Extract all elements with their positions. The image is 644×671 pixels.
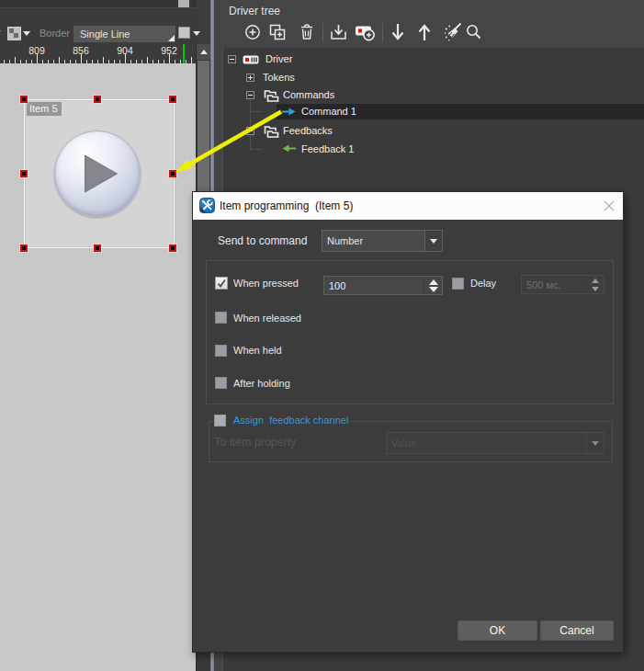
spin-down-icon bbox=[592, 287, 599, 291]
border-label: Border bbox=[40, 28, 70, 39]
folder-icon-feedbacks bbox=[264, 124, 280, 139]
ruler-label: 952 bbox=[155, 45, 183, 56]
panel-title: Driver tree bbox=[229, 5, 280, 17]
cutoff-label: r bbox=[0, 27, 1, 40]
ruler-label: 809 bbox=[23, 45, 51, 56]
when-released-label: When released bbox=[233, 313, 301, 324]
add-command-icon[interactable] bbox=[244, 24, 261, 40]
chevron-down-icon bbox=[592, 441, 599, 446]
resize-handle-se[interactable] bbox=[169, 245, 176, 252]
resize-handle-w[interactable] bbox=[20, 170, 28, 177]
when-released-checkbox[interactable] bbox=[215, 312, 227, 324]
to-item-property-combobox: Value bbox=[386, 432, 604, 454]
when-pressed-checkbox[interactable] bbox=[215, 277, 228, 290]
tree-node-command-1[interactable]: Command 1 bbox=[301, 103, 356, 120]
dialog-titlebar[interactable]: Item programming (Item 5) bbox=[192, 191, 624, 220]
item-programming-dialog: Item programming (Item 5) Send to comman… bbox=[192, 191, 624, 653]
cancel-button[interactable]: Cancel bbox=[540, 620, 614, 641]
spin-up-icon bbox=[592, 279, 599, 283]
spin-up-icon bbox=[429, 279, 438, 285]
toolbar-fragment bbox=[178, 0, 189, 7]
clean-icon[interactable] bbox=[444, 22, 462, 41]
delay-value: 500 мс. bbox=[526, 279, 561, 290]
move-down-icon[interactable] bbox=[391, 23, 404, 41]
expander-driver[interactable] bbox=[228, 55, 236, 63]
expander-feedbacks[interactable] bbox=[246, 127, 254, 135]
send-to-command-label: Send to command bbox=[218, 234, 307, 247]
tree-node-feedbacks[interactable]: Feedbacks bbox=[283, 122, 333, 140]
tree-node-tokens[interactable]: Tokens bbox=[263, 69, 295, 86]
ok-button[interactable]: OK bbox=[458, 620, 537, 641]
dialog-title: Item programming (Item 5) bbox=[220, 199, 353, 212]
expander-glyph bbox=[250, 75, 251, 80]
border-style-combobox[interactable]: Single Line bbox=[73, 26, 175, 42]
resize-handle-n[interactable] bbox=[94, 96, 101, 103]
to-item-property-label: To item property bbox=[214, 436, 297, 449]
driver-node-icon bbox=[243, 55, 260, 64]
tree-node-commands[interactable]: Commands bbox=[283, 86, 334, 104]
expander-tokens[interactable] bbox=[246, 74, 254, 82]
combo-dropdown-button[interactable] bbox=[424, 231, 442, 251]
dialog-tools-icon bbox=[199, 198, 215, 213]
design-canvas[interactable]: Item 5 bbox=[0, 63, 197, 671]
after-holding-label: After holding bbox=[233, 378, 290, 389]
resize-handle-sw[interactable] bbox=[20, 245, 28, 252]
search-icon[interactable] bbox=[466, 24, 481, 40]
when-pressed-value-spinbox[interactable]: 100 bbox=[323, 276, 443, 295]
delay-checkbox[interactable] bbox=[452, 278, 464, 290]
format-toolbar: r Border Single Line bbox=[0, 0, 197, 43]
to-item-property-value: Value bbox=[391, 438, 416, 449]
scrollbar-thumb[interactable] bbox=[198, 61, 209, 193]
border-color-swatch[interactable] bbox=[178, 27, 190, 39]
checker-cell bbox=[14, 33, 18, 38]
duplicate-icon[interactable] bbox=[269, 24, 286, 40]
tree-node-driver[interactable]: Driver bbox=[266, 51, 292, 68]
spin-down-icon bbox=[429, 287, 438, 292]
groupbox-border bbox=[348, 421, 613, 422]
assign-feedback-checkbox[interactable] bbox=[214, 415, 226, 426]
resize-handle-s[interactable] bbox=[94, 245, 101, 252]
border-style-value: Single Line bbox=[80, 28, 130, 40]
checkmark-icon bbox=[216, 278, 228, 290]
horizontal-ruler: 809 856 904 952 bbox=[0, 43, 197, 63]
ruler-label: 856 bbox=[67, 45, 95, 56]
swatch-dropdown-arrow-icon[interactable] bbox=[23, 31, 30, 36]
send-to-command-combobox[interactable]: Number bbox=[322, 230, 443, 252]
after-holding-checkbox[interactable] bbox=[215, 377, 227, 389]
ruler-cursor-line bbox=[183, 44, 185, 63]
folder-icon-commands bbox=[264, 88, 280, 103]
arrow-up-icon bbox=[200, 50, 208, 54]
transparency-swatch[interactable] bbox=[7, 27, 21, 40]
resize-handle-nw[interactable] bbox=[20, 96, 28, 103]
expander-glyph bbox=[248, 131, 253, 131]
feedback-arrow-icon bbox=[281, 144, 298, 153]
delete-icon[interactable] bbox=[299, 23, 314, 40]
tree-node-feedback-1[interactable]: Feedback 1 bbox=[301, 141, 354, 158]
expander-glyph bbox=[248, 95, 253, 96]
add-driver-icon[interactable] bbox=[355, 24, 377, 41]
resize-handle-e[interactable] bbox=[169, 170, 176, 177]
close-icon[interactable] bbox=[604, 200, 615, 211]
toolbar-separator bbox=[322, 23, 323, 42]
import-icon[interactable] bbox=[330, 24, 347, 40]
command-arrow-icon bbox=[281, 108, 298, 116]
delay-value-spinbox: 500 мс. bbox=[521, 275, 604, 294]
expander-commands[interactable] bbox=[246, 91, 254, 99]
spinner-buttons bbox=[585, 276, 604, 293]
toolbar-separator bbox=[382, 23, 383, 42]
send-to-command-value: Number bbox=[327, 235, 363, 246]
color-dropdown-arrow-icon[interactable] bbox=[193, 31, 200, 36]
tree-guide bbox=[250, 111, 263, 112]
when-held-label: When held bbox=[233, 345, 282, 356]
tree-guide bbox=[250, 136, 251, 149]
item-name-badge: Item 5 bbox=[27, 102, 62, 116]
resize-handle-ne[interactable] bbox=[169, 96, 176, 103]
selection-marquee bbox=[24, 99, 175, 248]
expander-glyph bbox=[230, 59, 234, 60]
move-up-icon[interactable] bbox=[418, 23, 431, 41]
combo-corner-grip-icon bbox=[168, 35, 175, 41]
spinner-buttons[interactable] bbox=[424, 277, 442, 294]
when-held-checkbox[interactable] bbox=[215, 345, 227, 357]
scrollbar-up-button[interactable] bbox=[197, 44, 210, 60]
combo-dropdown-button bbox=[586, 433, 604, 453]
